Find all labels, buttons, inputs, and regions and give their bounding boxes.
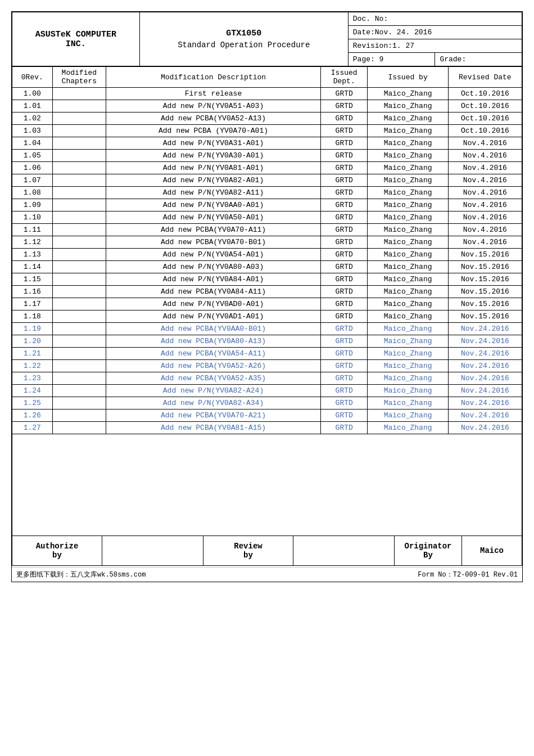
procedure-title: Standard Operation Procedure <box>146 40 342 50</box>
rev-cell: 1.06 <box>12 162 53 174</box>
modified-cell <box>52 261 106 273</box>
authorize-label: Authorize by <box>36 542 79 560</box>
rev-cell: 1.04 <box>12 137 53 150</box>
grade-cell: Grade: <box>435 53 522 66</box>
desc-cell: Add new PCBA(YV0A80-A13) <box>106 335 321 348</box>
table-row: 1.14Add new P/N(YV0A80-A03)GRTDMaico_Zha… <box>12 261 522 273</box>
dept-cell: GRTD <box>320 372 368 385</box>
rev-cell: 1.27 <box>12 422 53 434</box>
desc-cell: Add new P/N(YV0A50-A01) <box>106 212 321 224</box>
modified-cell <box>52 385 106 397</box>
modified-cell <box>52 212 106 224</box>
dept-cell: GRTD <box>320 150 368 162</box>
rev-cell: 1.01 <box>12 100 53 112</box>
modified-cell <box>52 348 106 360</box>
date-cell: Oct.10.2016 <box>448 112 522 125</box>
col-issued-by: Issued by <box>368 67 448 88</box>
by-cell: Maico_Zhang <box>368 385 448 397</box>
rev-cell: 1.15 <box>12 273 53 286</box>
modified-cell <box>52 360 106 372</box>
modified-cell <box>52 249 106 261</box>
dept-cell: GRTD <box>320 199 368 212</box>
col-issued-dept: Issued Dept. <box>320 67 368 88</box>
rev-cell: 1.08 <box>12 187 53 199</box>
date-cell: Nov.15.2016 <box>448 310 522 323</box>
date-cell: Nov.4.2016 <box>448 162 522 174</box>
modified-cell <box>52 100 106 112</box>
table-row: 1.04Add new P/N(YV0A31-A01)GRTDMaico_Zha… <box>12 137 522 150</box>
modified-cell <box>52 162 106 174</box>
desc-cell: Add new PCBA (YV0A70-A01) <box>106 125 321 137</box>
table-row: 1.26Add new PCBA(YV0A70-A21)GRTDMaico_Zh… <box>12 410 522 422</box>
review-cell: Review by <box>203 536 293 566</box>
authorize-value-cell <box>102 536 203 566</box>
by-cell: Maico_Zhang <box>368 348 448 360</box>
desc-cell: Add new PCBA(YV0A52-A13) <box>106 112 321 125</box>
dept-cell: GRTD <box>320 397 368 410</box>
review-value-cell <box>293 536 395 566</box>
date-cell: Nov.4.2016 <box>448 187 522 199</box>
by-cell: Maico_Zhang <box>368 249 448 261</box>
table-row: 1.10Add new P/N(YV0A50-A01)GRTDMaico_Zha… <box>12 212 522 224</box>
date-cell: Nov.4.2016 <box>448 236 522 249</box>
revision-table: 0Rev. Modified Chapters Modification Des… <box>12 66 522 434</box>
table-row: 1.08Add new P/N(YV0A82-A11)GRTDMaico_Zha… <box>12 187 522 199</box>
by-cell: Maico_Zhang <box>368 199 448 212</box>
modified-cell <box>52 137 106 150</box>
desc-cell: Add new PCBA(YV0A54-A11) <box>106 348 321 360</box>
dept-cell: GRTD <box>320 249 368 261</box>
by-cell: Maico_Zhang <box>368 298 448 310</box>
date-cell: Oct.10.2016 <box>448 88 522 100</box>
dept-cell: GRTD <box>320 88 368 100</box>
desc-cell: Add new PCBA(YV0A70-A21) <box>106 410 321 422</box>
date-cell: Nov.24.2016 <box>448 397 522 410</box>
by-cell: Maico_Zhang <box>368 286 448 298</box>
dept-cell: GRTD <box>320 335 368 348</box>
date-cell: Nov.24.2016 <box>448 360 522 372</box>
modified-cell <box>52 174 106 187</box>
rev-cell: 1.16 <box>12 286 53 298</box>
bottom-bar: 更多图纸下载到：五八文库wk.58sms.com Form No：T2-009-… <box>12 567 522 582</box>
modified-cell <box>52 422 106 434</box>
dept-cell: GRTD <box>320 310 368 323</box>
col-rev: 0Rev. <box>12 67 53 88</box>
rev-cell: 1.25 <box>12 397 53 410</box>
table-row: 1.07Add new P/N(YV0A82-A01)GRTDMaico_Zha… <box>12 174 522 187</box>
bottom-right: Form No：T2-009-01 Rev.01 <box>418 570 518 579</box>
by-cell: Maico_Zhang <box>368 137 448 150</box>
rev-cell: 1.10 <box>12 212 53 224</box>
desc-cell: Add new P/N(YV0A82-A11) <box>106 187 321 199</box>
review-label: Review by <box>234 542 262 560</box>
by-cell: Maico_Zhang <box>368 212 448 224</box>
table-row: 1.15Add new P/N(YV0A84-A01)GRTDMaico_Zha… <box>12 273 522 286</box>
footer-table: Authorize by Review by Originator By Mai… <box>12 536 522 566</box>
rev-cell: 1.05 <box>12 150 53 162</box>
desc-cell: Add new PCBA(YV0A70-A11) <box>106 224 321 236</box>
dept-cell: GRTD <box>320 212 368 224</box>
date-cell: Nov.4.2016 <box>448 199 522 212</box>
date-cell: Nov.15.2016 <box>448 249 522 261</box>
dept-cell: GRTD <box>320 137 368 150</box>
desc-cell: Add new P/N(YV0AA0-A01) <box>106 199 321 212</box>
by-cell: Maico_Zhang <box>368 422 448 434</box>
date-cell: Nov.15.2016 <box>448 273 522 286</box>
desc-cell: Add new P/N(YV0A82-A01) <box>106 174 321 187</box>
dept-cell: GRTD <box>320 100 368 112</box>
desc-cell: Add new P/N(YV0AD1-A01) <box>106 310 321 323</box>
table-row: 1.01Add new P/N(YV0A51-A03)GRTDMaico_Zha… <box>12 100 522 112</box>
by-cell: Maico_Zhang <box>368 100 448 112</box>
date-cell: Nov.24.2016 <box>448 372 522 385</box>
date-cell: Nov.24.2016 <box>448 348 522 360</box>
doc-info-cell: Doc. No: Date:Nov. 24. 2016 Revision:1. … <box>348 12 522 66</box>
dept-cell: GRTD <box>320 261 368 273</box>
table-row: 1.11Add new PCBA(YV0A70-A11)GRTDMaico_Zh… <box>12 224 522 236</box>
desc-cell: Add new PCBA(YV0A52-A35) <box>106 372 321 385</box>
dept-cell: GRTD <box>320 112 368 125</box>
bottom-left: 更多图纸下载到：五八文库wk.58sms.com <box>16 570 146 579</box>
document-page: ASUSTeK COMPUTER INC. GTX1050 Standard O… <box>11 11 523 582</box>
modified-cell <box>52 187 106 199</box>
table-row: 1.27Add new PCBA(YV0A81-A15)GRTDMaico_Zh… <box>12 422 522 434</box>
date-cell: Nov.4.2016 <box>448 137 522 150</box>
by-cell: Maico_Zhang <box>368 174 448 187</box>
date-cell: Nov.24.2016 <box>448 385 522 397</box>
